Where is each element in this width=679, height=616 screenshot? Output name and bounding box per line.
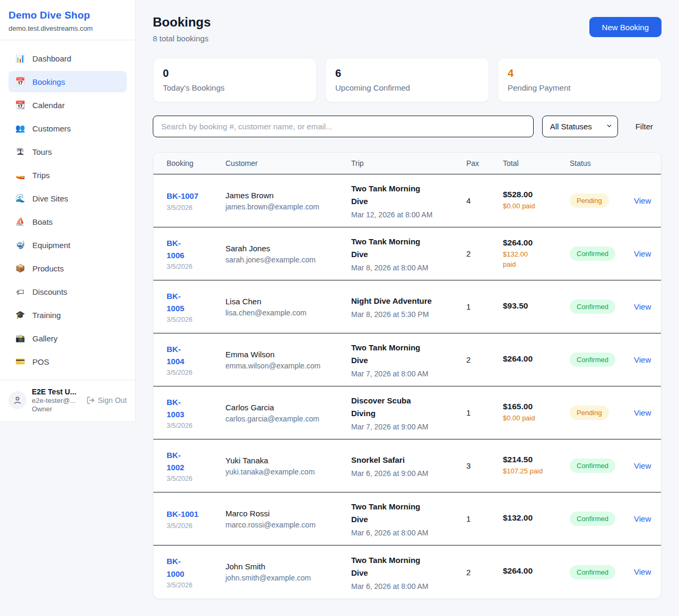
booking-id-link[interactable]: BK- 1005 bbox=[167, 290, 184, 315]
view-link[interactable]: View bbox=[634, 408, 651, 417]
paid-amount: $0.00 paid bbox=[503, 201, 570, 212]
total-amount: $132.00 bbox=[503, 513, 570, 523]
view-link[interactable]: View bbox=[634, 249, 651, 258]
boats-sailboat-icon: ⛵ bbox=[15, 217, 25, 226]
column-header-booking: Booking bbox=[167, 159, 225, 168]
customer-cell: James Brown james.brown@example.com bbox=[225, 191, 351, 211]
pax-cell: 2 bbox=[466, 355, 503, 364]
customer-name: Emma Wilson bbox=[225, 350, 351, 359]
page-header-text: Bookings 8 total bookings bbox=[153, 15, 211, 43]
bookings-calendar-icon: 📅 bbox=[15, 77, 25, 86]
sidebar-item-customers[interactable]: 👥 Customers bbox=[8, 118, 127, 139]
view-link[interactable]: View bbox=[634, 461, 651, 470]
customer-email: yuki.tanaka@example.com bbox=[225, 468, 351, 476]
trip-datetime: Mar 7, 2026 at 8:00 AM bbox=[351, 369, 459, 378]
new-booking-button[interactable]: New Booking bbox=[589, 17, 661, 37]
status-badge: Pending bbox=[570, 193, 609, 208]
total-amount: $264.00 bbox=[503, 354, 570, 364]
sidebar-item-training[interactable]: 🎓 Training bbox=[8, 304, 127, 325]
bookings-table: Booking Customer Trip Pax Total Status B… bbox=[153, 152, 661, 599]
pax-cell: 2 bbox=[466, 249, 503, 258]
sidebar-item-dashboard[interactable]: 📊 Dashboard bbox=[8, 48, 127, 69]
search-input[interactable] bbox=[153, 116, 534, 137]
brand-name[interactable]: Demo Dive Shop bbox=[8, 10, 127, 21]
customer-name: Sarah Jones bbox=[225, 244, 351, 253]
page-header: Bookings 8 total bookings New Booking bbox=[153, 15, 661, 43]
booking-cell: BK- 1005 3/5/2026 bbox=[167, 290, 225, 324]
booking-id-link[interactable]: BK- 1004 bbox=[167, 343, 184, 368]
sidebar-item-trips[interactable]: 🚤 Trips bbox=[8, 164, 127, 186]
view-link[interactable]: View bbox=[634, 302, 651, 311]
page-title: Bookings bbox=[153, 15, 211, 30]
trip-datetime: Mar 7, 2026 at 9:00 AM bbox=[351, 423, 459, 431]
trip-title: Two Tank Morning Dive bbox=[351, 554, 459, 579]
table-row: BK- 1006 3/5/2026 Sarah Jones sarah.jone… bbox=[153, 227, 661, 280]
view-link[interactable]: View bbox=[634, 567, 651, 576]
actions-cell: View bbox=[634, 196, 652, 206]
column-header-status: Status bbox=[570, 159, 634, 168]
sidebar-item-boats[interactable]: ⛵ Boats bbox=[8, 211, 127, 232]
booking-id-link[interactable]: BK- 1003 bbox=[167, 396, 184, 421]
sign-out-icon bbox=[86, 396, 95, 404]
sidebar-item-label: Gallery bbox=[32, 334, 58, 343]
trip-title: Discover Scuba Diving bbox=[351, 394, 459, 420]
actions-cell: View bbox=[634, 302, 652, 312]
booking-id-link[interactable]: BK- 1006 bbox=[167, 237, 184, 262]
view-link[interactable]: View bbox=[634, 355, 651, 364]
view-link[interactable]: View bbox=[634, 514, 651, 523]
calendar-icon: 📆 bbox=[15, 100, 25, 110]
person-icon bbox=[13, 395, 22, 405]
sidebar-item-calendar[interactable]: 📆 Calendar bbox=[8, 94, 127, 116]
sidebar-item-label: Dashboard bbox=[32, 54, 71, 63]
sidebar-item-products[interactable]: 📦 Products bbox=[8, 258, 127, 279]
stat-label: Today's Bookings bbox=[163, 83, 307, 92]
table-header-row: Booking Customer Trip Pax Total Status bbox=[153, 153, 661, 174]
filter-button[interactable]: Filter bbox=[627, 122, 661, 131]
table-row: BK-1001 3/5/2026 Marco Rossi marco.rossi… bbox=[153, 492, 661, 545]
equipment-mask-icon: 🤿 bbox=[15, 240, 25, 250]
status-cell: Confirmed bbox=[570, 565, 634, 579]
customer-cell: Yuki Tanaka yuki.tanaka@example.com bbox=[225, 456, 351, 476]
customer-name: Lisa Chen bbox=[225, 297, 351, 306]
sidebar-item-equipment[interactable]: 🤿 Equipment bbox=[8, 234, 127, 256]
status-cell: Confirmed bbox=[570, 300, 634, 314]
stat-card-upcoming-confirmed: 6 Upcoming Confirmed bbox=[325, 58, 489, 102]
booking-id-link[interactable]: BK- 1002 bbox=[167, 449, 184, 474]
sidebar-item-bookings[interactable]: 📅 Bookings bbox=[8, 71, 127, 92]
booking-id-link[interactable]: BK-1007 bbox=[167, 190, 198, 202]
column-header-customer: Customer bbox=[225, 159, 351, 168]
status-filter-select[interactable]: All Statuses bbox=[542, 116, 618, 137]
trip-cell: Two Tank Morning Dive Mar 6, 2026 at 8:0… bbox=[351, 554, 466, 591]
booking-id-link[interactable]: BK- 1000 bbox=[167, 555, 184, 580]
view-link[interactable]: View bbox=[634, 196, 651, 205]
stat-card-todays-bookings: 0 Today's Bookings bbox=[153, 58, 317, 102]
sidebar-item-discounts[interactable]: 🏷 Discounts bbox=[8, 281, 127, 302]
booking-id-link[interactable]: BK-1001 bbox=[167, 508, 198, 520]
trip-datetime: Mar 8, 2026 at 5:30 PM bbox=[351, 310, 459, 319]
trip-cell: Two Tank Morning Dive Mar 12, 2026 at 8:… bbox=[351, 182, 466, 219]
status-badge: Confirmed bbox=[570, 512, 615, 526]
customer-name: John Smith bbox=[225, 562, 351, 571]
status-cell: Confirmed bbox=[570, 353, 634, 367]
sidebar-item-label: Equipment bbox=[32, 241, 71, 250]
trip-title: Two Tank Morning Dive bbox=[351, 235, 459, 261]
sidebar-item-gallery[interactable]: 📸 Gallery bbox=[8, 328, 127, 349]
sidebar-item-pos[interactable]: 💳 POS bbox=[8, 351, 127, 372]
column-header-pax: Pax bbox=[466, 159, 503, 168]
total-amount: $264.00 bbox=[503, 238, 570, 248]
sidebar-item-tours[interactable]: 🏝 Tours bbox=[8, 141, 127, 162]
sign-out-button[interactable]: Sign Out bbox=[86, 396, 127, 404]
user-email: e2e-tester@... bbox=[32, 397, 81, 404]
pax-cell: 4 bbox=[466, 196, 503, 205]
trip-cell: Two Tank Morning Dive Mar 8, 2026 at 8:0… bbox=[351, 235, 466, 272]
actions-cell: View bbox=[634, 514, 652, 524]
actions-cell: View bbox=[634, 355, 652, 365]
status-cell: Confirmed bbox=[570, 512, 634, 526]
brand-domain: demo.test.divestreams.com bbox=[8, 24, 127, 32]
stat-value: 0 bbox=[163, 67, 307, 80]
avatar bbox=[8, 391, 27, 409]
sidebar-item-dive-sites[interactable]: 🌊 Dive Sites bbox=[8, 188, 127, 209]
customers-people-icon: 👥 bbox=[15, 124, 25, 133]
customer-name: Marco Rossi bbox=[225, 509, 351, 518]
trip-cell: Discover Scuba Diving Mar 7, 2026 at 9:0… bbox=[351, 394, 466, 431]
